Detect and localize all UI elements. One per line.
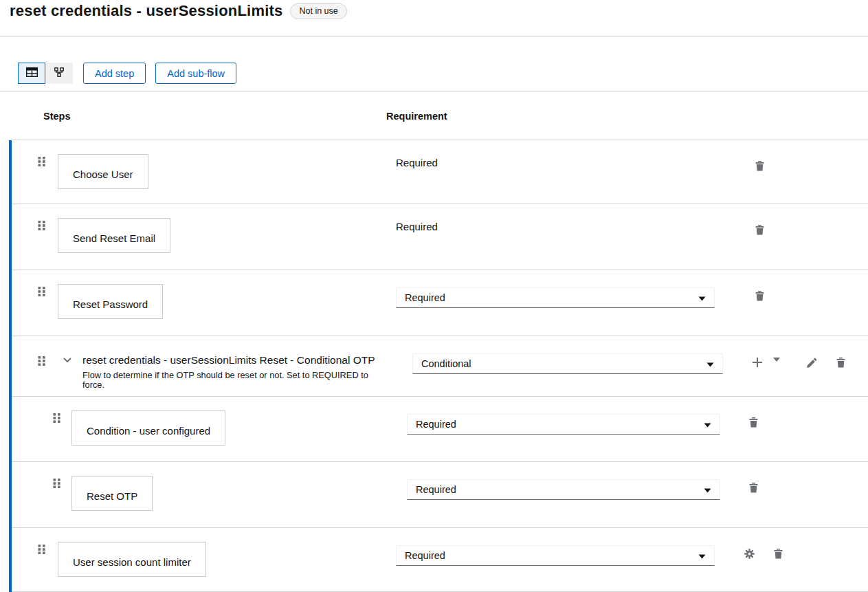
- requirement-select-value: Required: [405, 292, 445, 303]
- requirement-select[interactable]: Required: [396, 287, 715, 308]
- caret-down-icon: [773, 353, 780, 364]
- drag-handle-icon[interactable]: [53, 478, 61, 489]
- table-row: User session count limiter Required: [12, 528, 868, 592]
- drag-handle-icon[interactable]: [38, 286, 46, 297]
- flow-steps-list: Choose User Required Send Reset Email Re…: [9, 140, 868, 592]
- step-card[interactable]: Choose User: [58, 154, 148, 189]
- pencil-icon: [807, 360, 817, 370]
- table-header: Steps Requirement: [12, 92, 868, 140]
- requirement-select[interactable]: Required: [396, 545, 715, 566]
- caret-down-icon: [704, 419, 711, 430]
- delete-button[interactable]: [755, 225, 764, 235]
- trash-icon: [774, 551, 783, 561]
- table-row: Condition - user configured Required: [12, 397, 868, 462]
- step-card[interactable]: User session count limiter: [58, 542, 206, 577]
- requirement-select-value: Required: [405, 550, 445, 561]
- delete-button[interactable]: [749, 483, 758, 493]
- add-to-subflow-button[interactable]: [753, 358, 762, 367]
- delete-button[interactable]: [774, 549, 783, 559]
- trash-icon: [755, 227, 764, 237]
- requirement-select[interactable]: Required: [407, 479, 720, 500]
- diagram-icon: [54, 67, 64, 79]
- subflow-description: Flow to determine if the OTP should be r…: [82, 371, 386, 390]
- diagram-view-toggle[interactable]: [45, 63, 73, 84]
- table-row-subflow: reset credentials - userSessionLimits Re…: [12, 336, 868, 397]
- view-toggle-group: [18, 63, 73, 84]
- drag-handle-icon[interactable]: [38, 156, 46, 167]
- gear-icon: [744, 551, 755, 561]
- add-subflow-button[interactable]: Add sub-flow: [155, 63, 236, 84]
- subflow-title: reset credentials - userSessionLimits Re…: [82, 354, 386, 366]
- caret-down-icon: [704, 484, 711, 495]
- delete-button[interactable]: [755, 161, 764, 171]
- trash-icon: [749, 419, 758, 430]
- flow-toolbar: Add step Add sub-flow: [0, 37, 868, 92]
- step-card[interactable]: Reset OTP: [71, 476, 153, 511]
- table-row: Reset OTP Required: [12, 462, 868, 528]
- table-row: Choose User Required: [12, 140, 868, 204]
- table-row: Reset Password Required: [12, 270, 868, 336]
- requirement-select-value: Required: [416, 419, 456, 430]
- trash-icon: [749, 485, 758, 495]
- edit-button[interactable]: [807, 358, 817, 368]
- steps-column-header: Steps: [12, 111, 386, 122]
- trash-icon: [755, 293, 764, 303]
- add-options-dropdown-button[interactable]: [773, 358, 780, 362]
- step-card[interactable]: Send Reset Email: [58, 218, 170, 253]
- step-label: Condition - user configured: [87, 425, 210, 437]
- trash-icon: [755, 163, 764, 173]
- requirement-select-value: Required: [416, 484, 456, 495]
- requirement-value: Required: [396, 157, 438, 168]
- not-in-use-badge: Not in use: [290, 3, 346, 19]
- requirement-select[interactable]: Required: [407, 414, 720, 435]
- table-view-toggle[interactable]: [18, 63, 45, 84]
- page-header: reset credentials - userSessionLimits No…: [0, 0, 868, 37]
- drag-handle-icon[interactable]: [38, 220, 46, 231]
- delete-button[interactable]: [836, 358, 845, 368]
- collapse-subflow-button[interactable]: [63, 358, 71, 363]
- requirement-select-value: Conditional: [421, 358, 471, 369]
- table-icon: [26, 67, 38, 79]
- requirement-column-header: Requirement: [386, 111, 733, 122]
- chevron-down-icon: [63, 355, 71, 365]
- step-card[interactable]: Condition - user configured: [71, 410, 225, 446]
- trash-icon: [836, 360, 845, 370]
- drag-handle-icon[interactable]: [38, 544, 46, 555]
- delete-button[interactable]: [755, 291, 764, 301]
- step-label: Send Reset Email: [73, 232, 155, 244]
- settings-button[interactable]: [744, 549, 755, 559]
- caret-down-icon: [698, 292, 706, 303]
- delete-button[interactable]: [749, 417, 758, 428]
- step-card[interactable]: Reset Password: [58, 284, 163, 319]
- drag-handle-icon[interactable]: [38, 355, 46, 366]
- requirement-value: Required: [396, 221, 438, 232]
- page-title: reset credentials - userSessionLimits: [10, 2, 282, 20]
- table-row: Send Reset Email Required: [12, 204, 868, 270]
- requirement-select[interactable]: Conditional: [412, 353, 723, 374]
- drag-handle-icon[interactable]: [53, 413, 61, 424]
- step-label: Reset OTP: [87, 490, 137, 502]
- step-label: User session count limiter: [73, 556, 191, 568]
- add-step-button[interactable]: Add step: [83, 63, 146, 84]
- step-label: Choose User: [73, 168, 133, 180]
- step-label: Reset Password: [73, 298, 148, 310]
- plus-icon: [753, 359, 762, 369]
- caret-down-icon: [698, 550, 706, 561]
- caret-down-icon: [706, 358, 714, 369]
